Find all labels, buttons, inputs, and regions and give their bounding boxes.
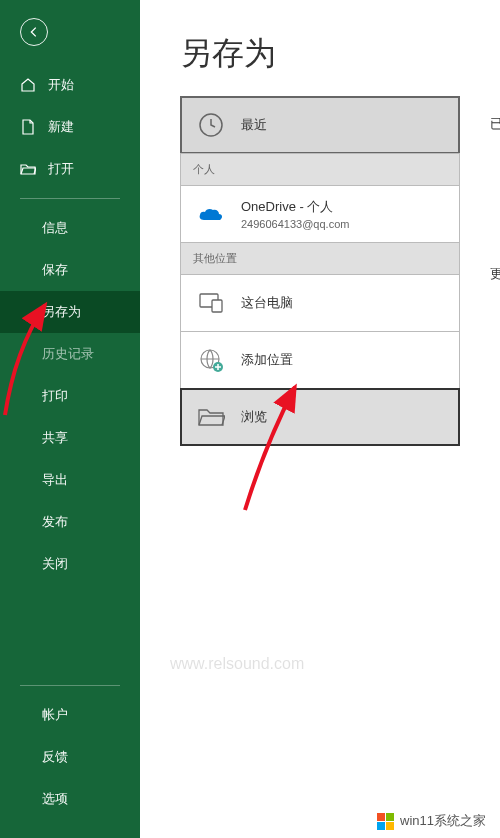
home-icon — [20, 77, 36, 93]
sidebar-label: 新建 — [48, 118, 74, 136]
separator — [20, 685, 120, 686]
site-logo: win11系统之家 — [371, 808, 492, 834]
location-label: 添加位置 — [241, 351, 293, 369]
sidebar-label: 共享 — [42, 429, 68, 447]
sidebar-label: 开始 — [48, 76, 74, 94]
location-browse[interactable]: 浏览 — [180, 388, 460, 446]
sidebar-label: 关闭 — [42, 555, 68, 573]
back-button[interactable] — [0, 0, 140, 64]
sidebar-item-export[interactable]: 导出 — [0, 459, 140, 501]
sidebar-label: 打开 — [48, 160, 74, 178]
location-add-place[interactable]: 添加位置 — [180, 331, 460, 389]
sidebar-label: 选项 — [42, 790, 68, 808]
sidebar-item-save[interactable]: 保存 — [0, 249, 140, 291]
folder-icon — [195, 401, 227, 433]
sidebar-label: 反馈 — [42, 748, 68, 766]
clock-icon — [195, 109, 227, 141]
sidebar-item-info[interactable]: 信息 — [0, 207, 140, 249]
location-onedrive[interactable]: OneDrive - 个人 2496064133@qq.com — [180, 185, 460, 243]
globe-plus-icon — [195, 344, 227, 376]
sidebar-label: 帐户 — [42, 706, 68, 724]
separator — [20, 198, 120, 199]
sidebar-label: 导出 — [42, 471, 68, 489]
backstage-sidebar: 开始 新建 打开 信息 保存 另存为 历史记录 打印 共享 导出 发布 关闭 帐… — [0, 0, 140, 838]
document-icon — [20, 119, 36, 135]
section-header-personal: 个人 — [180, 153, 460, 185]
sidebar-item-open[interactable]: 打开 — [0, 148, 140, 190]
svg-rect-2 — [212, 300, 222, 312]
sidebar-label: 保存 — [42, 261, 68, 279]
sidebar-item-options[interactable]: 选项 — [0, 778, 140, 820]
location-subtitle: 2496064133@qq.com — [241, 218, 349, 230]
folder-open-icon — [20, 161, 36, 177]
main-panel: 另存为 最近 个人 OneDrive - 个人 2496064133@qq.co… — [140, 0, 500, 838]
sidebar-label: 另存为 — [42, 303, 81, 321]
pc-icon — [195, 287, 227, 319]
sidebar-item-history[interactable]: 历史记录 — [0, 333, 140, 375]
sidebar-label: 历史记录 — [42, 345, 94, 363]
cloud-icon — [195, 198, 227, 230]
sidebar-item-home[interactable]: 开始 — [0, 64, 140, 106]
windows-logo-icon — [377, 813, 394, 830]
location-label: 这台电脑 — [241, 294, 293, 312]
sidebar-item-print[interactable]: 打印 — [0, 375, 140, 417]
location-recent[interactable]: 最近 — [180, 96, 460, 154]
sidebar-label: 信息 — [42, 219, 68, 237]
location-this-pc[interactable]: 这台电脑 — [180, 274, 460, 332]
sidebar-item-share[interactable]: 共享 — [0, 417, 140, 459]
back-arrow-icon — [20, 18, 48, 46]
location-label: 最近 — [241, 116, 267, 134]
sidebar-item-new[interactable]: 新建 — [0, 106, 140, 148]
sidebar-item-close[interactable]: 关闭 — [0, 543, 140, 585]
location-list: 最近 个人 OneDrive - 个人 2496064133@qq.com 其他… — [180, 96, 460, 446]
sidebar-item-save-as[interactable]: 另存为 — [0, 291, 140, 333]
location-label: 浏览 — [241, 408, 267, 426]
page-title: 另存为 — [180, 32, 500, 76]
sidebar-item-publish[interactable]: 发布 — [0, 501, 140, 543]
site-name: win11系统之家 — [400, 812, 486, 830]
sidebar-item-account[interactable]: 帐户 — [0, 694, 140, 736]
sidebar-label: 发布 — [42, 513, 68, 531]
sidebar-item-feedback[interactable]: 反馈 — [0, 736, 140, 778]
sidebar-label: 打印 — [42, 387, 68, 405]
location-label: OneDrive - 个人 — [241, 198, 349, 216]
section-header-other: 其他位置 — [180, 242, 460, 274]
